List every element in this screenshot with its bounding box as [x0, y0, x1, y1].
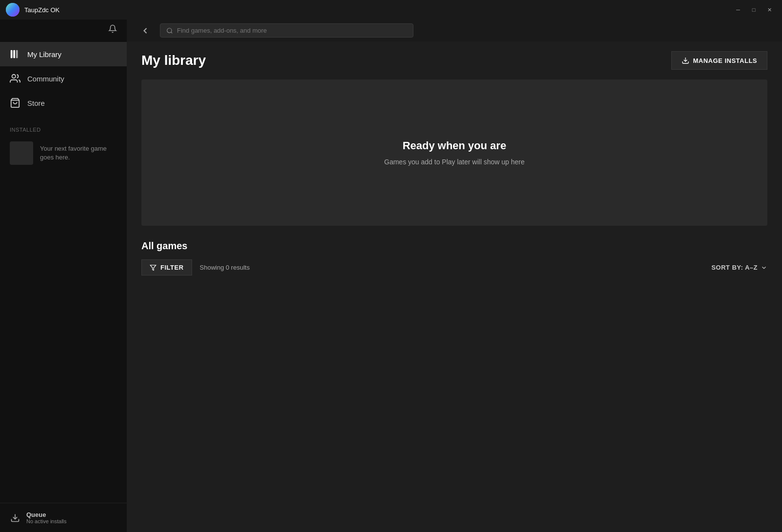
sidebar: My Library Community — [0, 20, 127, 532]
queue-section: Queue No active installs — [0, 503, 127, 532]
page-header: My library MANAGE INSTALLS — [141, 51, 767, 70]
installed-section-label: Installed — [0, 119, 127, 137]
download-icon — [682, 57, 689, 64]
queue-label: Queue — [26, 511, 67, 518]
svg-line-7 — [171, 32, 173, 33]
manage-installs-label: MANAGE INSTALLS — [693, 57, 757, 64]
chevron-down-icon — [761, 264, 767, 271]
svg-rect-2 — [16, 50, 18, 59]
all-games-title: All games — [141, 240, 767, 252]
svg-rect-0 — [11, 50, 13, 59]
sidebar-item-community[interactable]: Community — [0, 66, 127, 91]
svg-rect-1 — [13, 50, 15, 59]
title-bar-left: TaupZdc OK — [6, 3, 59, 17]
store-icon — [10, 98, 20, 108]
page-title: My library — [141, 53, 206, 68]
title-bar: TaupZdc OK ─ □ ✕ — [0, 0, 782, 20]
installed-placeholder: Your next favorite game goes here. — [0, 137, 127, 170]
manage-installs-button[interactable]: MANAGE INSTALLS — [671, 51, 767, 70]
filter-row: FILTER Showing 0 results SORT BY: A–Z — [141, 259, 767, 276]
queue-status: No active installs — [26, 518, 67, 524]
nav-items: My Library Community — [0, 38, 127, 119]
game-thumbnail-placeholder — [10, 141, 33, 165]
play-later-banner: Ready when you are Games you add to Play… — [141, 79, 767, 226]
svg-point-3 — [12, 75, 16, 78]
filter-icon — [150, 264, 156, 271]
username: TaupZdc OK — [24, 6, 59, 14]
banner-title: Ready when you are — [403, 139, 507, 152]
main-content: My library MANAGE INSTALLS Ready when yo… — [127, 20, 782, 532]
sort-label: SORT BY: A–Z — [711, 264, 758, 271]
queue-info: Queue No active installs — [26, 511, 67, 524]
banner-subtitle: Games you add to Play later will show up… — [384, 158, 525, 166]
svg-point-6 — [167, 28, 172, 32]
queue-icon — [10, 512, 20, 523]
back-button[interactable] — [137, 24, 154, 38]
notification-button[interactable] — [106, 22, 119, 35]
sidebar-item-label-community: Community — [27, 75, 64, 83]
my-library-icon — [10, 49, 20, 59]
minimize-button[interactable]: ─ — [731, 3, 745, 17]
filter-button[interactable]: FILTER — [141, 259, 192, 276]
community-icon — [10, 73, 20, 84]
svg-marker-9 — [150, 265, 156, 270]
search-input[interactable] — [177, 27, 407, 34]
page-content: My library MANAGE INSTALLS Ready when yo… — [127, 41, 782, 532]
sidebar-item-store[interactable]: Store — [0, 91, 127, 115]
window-controls: ─ □ ✕ — [731, 3, 776, 17]
results-count: Showing 0 results — [200, 264, 250, 271]
search-icon — [166, 27, 173, 34]
avatar[interactable] — [6, 3, 20, 17]
game-placeholder-text: Your next favorite game goes here. — [40, 144, 117, 162]
filter-label: FILTER — [160, 264, 184, 271]
search-bar[interactable] — [160, 23, 413, 38]
sidebar-item-my-library[interactable]: My Library — [0, 42, 127, 66]
sidebar-item-label-store: Store — [27, 99, 45, 107]
sidebar-item-label-my-library: My Library — [27, 50, 61, 59]
app-layout: My Library Community — [0, 20, 782, 532]
maximize-button[interactable]: □ — [747, 3, 761, 17]
sort-button[interactable]: SORT BY: A–Z — [711, 264, 767, 271]
header-bar — [127, 20, 782, 41]
close-button[interactable]: ✕ — [762, 3, 776, 17]
